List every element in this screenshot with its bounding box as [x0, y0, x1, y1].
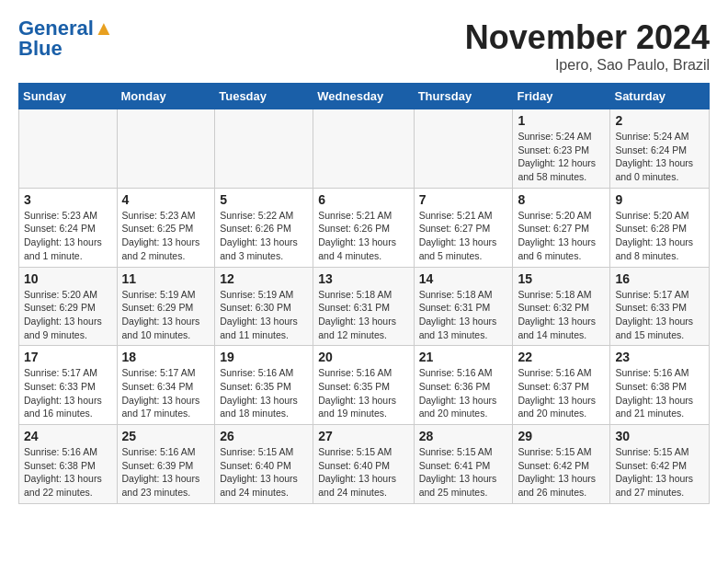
- day-number: 1: [518, 113, 605, 128]
- day-info: Sunrise: 5:20 AM Sunset: 6:27 PM Dayligh…: [518, 209, 605, 263]
- day-info: Sunrise: 5:21 AM Sunset: 6:26 PM Dayligh…: [318, 209, 408, 263]
- calendar-cell: 22Sunrise: 5:16 AM Sunset: 6:37 PM Dayli…: [513, 346, 610, 425]
- calendar-cell: 23Sunrise: 5:16 AM Sunset: 6:38 PM Dayli…: [610, 346, 710, 425]
- weekday-header-saturday: Saturday: [610, 84, 710, 109]
- week-row-3: 10Sunrise: 5:20 AM Sunset: 6:29 PM Dayli…: [19, 267, 710, 346]
- day-info: Sunrise: 5:15 AM Sunset: 6:42 PM Dayligh…: [518, 445, 605, 500]
- day-info: Sunrise: 5:19 AM Sunset: 6:29 PM Dayligh…: [122, 288, 210, 342]
- day-info: Sunrise: 5:24 AM Sunset: 6:24 PM Dayligh…: [615, 130, 704, 184]
- location: Ipero, Sao Paulo, Brazil: [465, 57, 710, 74]
- calendar-cell: 9Sunrise: 5:20 AM Sunset: 6:28 PM Daylig…: [610, 188, 710, 267]
- day-info: Sunrise: 5:23 AM Sunset: 6:24 PM Dayligh…: [24, 209, 112, 263]
- day-info: Sunrise: 5:15 AM Sunset: 6:40 PM Dayligh…: [220, 445, 308, 500]
- day-info: Sunrise: 5:16 AM Sunset: 6:37 PM Dayligh…: [518, 366, 605, 420]
- day-info: Sunrise: 5:20 AM Sunset: 6:29 PM Dayligh…: [24, 288, 112, 342]
- day-number: 23: [615, 350, 704, 364]
- day-number: 28: [419, 429, 508, 443]
- calendar-cell: 18Sunrise: 5:17 AM Sunset: 6:34 PM Dayli…: [117, 346, 215, 425]
- calendar-cell: 4Sunrise: 5:23 AM Sunset: 6:25 PM Daylig…: [117, 188, 215, 267]
- day-number: 16: [615, 271, 704, 286]
- day-number: 25: [122, 429, 210, 443]
- calendar-cell: [215, 109, 313, 189]
- logo: General▲ Blue: [18, 18, 114, 59]
- calendar-cell: [313, 109, 414, 189]
- calendar-cell: 12Sunrise: 5:19 AM Sunset: 6:30 PM Dayli…: [215, 267, 313, 346]
- weekday-header-tuesday: Tuesday: [215, 84, 313, 109]
- day-info: Sunrise: 5:18 AM Sunset: 6:31 PM Dayligh…: [419, 288, 508, 342]
- calendar-cell: 6Sunrise: 5:21 AM Sunset: 6:26 PM Daylig…: [313, 188, 414, 267]
- logo-text: General▲: [18, 18, 114, 39]
- day-number: 30: [615, 429, 704, 443]
- calendar-cell: 15Sunrise: 5:18 AM Sunset: 6:32 PM Dayli…: [513, 267, 610, 346]
- weekday-header-thursday: Thursday: [414, 84, 513, 109]
- calendar-cell: 30Sunrise: 5:15 AM Sunset: 6:42 PM Dayli…: [610, 425, 710, 504]
- day-number: 20: [318, 350, 408, 364]
- day-number: 8: [518, 192, 605, 207]
- day-info: Sunrise: 5:17 AM Sunset: 6:33 PM Dayligh…: [615, 288, 704, 342]
- day-info: Sunrise: 5:16 AM Sunset: 6:35 PM Dayligh…: [318, 366, 408, 420]
- calendar-cell: [117, 109, 215, 189]
- day-number: 11: [122, 271, 210, 286]
- day-number: 3: [24, 192, 112, 207]
- day-info: Sunrise: 5:18 AM Sunset: 6:31 PM Dayligh…: [318, 288, 408, 342]
- calendar-cell: 27Sunrise: 5:15 AM Sunset: 6:40 PM Dayli…: [313, 425, 414, 504]
- week-row-2: 3Sunrise: 5:23 AM Sunset: 6:24 PM Daylig…: [19, 188, 710, 267]
- weekday-header-friday: Friday: [513, 84, 610, 109]
- month-title: November 2024: [465, 18, 710, 57]
- calendar-cell: [19, 109, 118, 189]
- calendar-cell: 14Sunrise: 5:18 AM Sunset: 6:31 PM Dayli…: [414, 267, 513, 346]
- day-info: Sunrise: 5:16 AM Sunset: 6:38 PM Dayligh…: [615, 366, 704, 420]
- day-number: 15: [518, 271, 605, 286]
- calendar-cell: 7Sunrise: 5:21 AM Sunset: 6:27 PM Daylig…: [414, 188, 513, 267]
- calendar-cell: 2Sunrise: 5:24 AM Sunset: 6:24 PM Daylig…: [610, 109, 710, 189]
- day-info: Sunrise: 5:16 AM Sunset: 6:36 PM Dayligh…: [419, 366, 508, 420]
- day-info: Sunrise: 5:17 AM Sunset: 6:34 PM Dayligh…: [122, 366, 210, 420]
- day-number: 13: [318, 271, 408, 286]
- day-info: Sunrise: 5:23 AM Sunset: 6:25 PM Dayligh…: [122, 209, 210, 263]
- header: General▲ Blue November 2024 Ipero, Sao P…: [18, 18, 710, 74]
- day-info: Sunrise: 5:15 AM Sunset: 6:41 PM Dayligh…: [419, 445, 508, 500]
- day-number: 6: [318, 192, 408, 207]
- calendar-cell: 10Sunrise: 5:20 AM Sunset: 6:29 PM Dayli…: [19, 267, 118, 346]
- calendar-cell: 24Sunrise: 5:16 AM Sunset: 6:38 PM Dayli…: [19, 425, 118, 504]
- day-number: 21: [419, 350, 508, 364]
- calendar-cell: 1Sunrise: 5:24 AM Sunset: 6:23 PM Daylig…: [513, 109, 610, 189]
- calendar-cell: 13Sunrise: 5:18 AM Sunset: 6:31 PM Dayli…: [313, 267, 414, 346]
- week-row-4: 17Sunrise: 5:17 AM Sunset: 6:33 PM Dayli…: [19, 346, 710, 425]
- weekday-header-sunday: Sunday: [19, 84, 118, 109]
- weekday-header-monday: Monday: [117, 84, 215, 109]
- day-info: Sunrise: 5:18 AM Sunset: 6:32 PM Dayligh…: [518, 288, 605, 342]
- calendar-cell: 5Sunrise: 5:22 AM Sunset: 6:26 PM Daylig…: [215, 188, 313, 267]
- calendar-cell: 17Sunrise: 5:17 AM Sunset: 6:33 PM Dayli…: [19, 346, 118, 425]
- logo-blue: Blue: [18, 39, 63, 59]
- day-info: Sunrise: 5:16 AM Sunset: 6:39 PM Dayligh…: [122, 445, 210, 500]
- day-info: Sunrise: 5:20 AM Sunset: 6:28 PM Dayligh…: [615, 209, 704, 263]
- day-info: Sunrise: 5:16 AM Sunset: 6:35 PM Dayligh…: [220, 366, 308, 420]
- day-number: 10: [24, 271, 112, 286]
- week-row-1: 1Sunrise: 5:24 AM Sunset: 6:23 PM Daylig…: [19, 109, 710, 189]
- day-number: 18: [122, 350, 210, 364]
- calendar-cell: 16Sunrise: 5:17 AM Sunset: 6:33 PM Dayli…: [610, 267, 710, 346]
- day-number: 27: [318, 429, 408, 443]
- day-number: 22: [518, 350, 605, 364]
- calendar-cell: 21Sunrise: 5:16 AM Sunset: 6:36 PM Dayli…: [414, 346, 513, 425]
- day-number: 5: [220, 192, 308, 207]
- calendar-cell: 3Sunrise: 5:23 AM Sunset: 6:24 PM Daylig…: [19, 188, 118, 267]
- calendar-cell: [414, 109, 513, 189]
- day-info: Sunrise: 5:15 AM Sunset: 6:40 PM Dayligh…: [318, 445, 408, 500]
- calendar-cell: 8Sunrise: 5:20 AM Sunset: 6:27 PM Daylig…: [513, 188, 610, 267]
- calendar-cell: 29Sunrise: 5:15 AM Sunset: 6:42 PM Dayli…: [513, 425, 610, 504]
- calendar-cell: 19Sunrise: 5:16 AM Sunset: 6:35 PM Dayli…: [215, 346, 313, 425]
- calendar-cell: 11Sunrise: 5:19 AM Sunset: 6:29 PM Dayli…: [117, 267, 215, 346]
- day-info: Sunrise: 5:15 AM Sunset: 6:42 PM Dayligh…: [615, 445, 704, 500]
- day-info: Sunrise: 5:17 AM Sunset: 6:33 PM Dayligh…: [24, 366, 112, 420]
- day-number: 4: [122, 192, 210, 207]
- day-number: 19: [220, 350, 308, 364]
- calendar-cell: 25Sunrise: 5:16 AM Sunset: 6:39 PM Dayli…: [117, 425, 215, 504]
- day-info: Sunrise: 5:16 AM Sunset: 6:38 PM Dayligh…: [24, 445, 112, 500]
- day-number: 26: [220, 429, 308, 443]
- day-number: 7: [419, 192, 508, 207]
- day-number: 14: [419, 271, 508, 286]
- week-row-5: 24Sunrise: 5:16 AM Sunset: 6:38 PM Dayli…: [19, 425, 710, 504]
- calendar-table: SundayMondayTuesdayWednesdayThursdayFrid…: [18, 83, 710, 504]
